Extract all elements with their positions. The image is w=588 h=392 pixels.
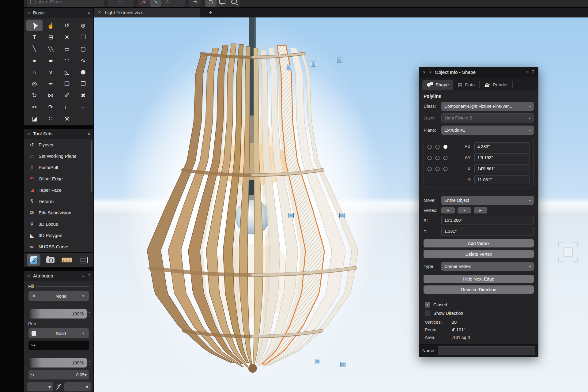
menu-icon[interactable]: ≡ xyxy=(82,273,85,279)
tool-sets-scrollbar[interactable] xyxy=(91,141,92,192)
tool-fillet[interactable]: ✐ xyxy=(59,89,75,101)
show-direction-checkbox[interactable] xyxy=(425,311,430,316)
tool-regular-polygon[interactable]: ⬢ xyxy=(75,66,91,78)
vertex-y-field[interactable]: 1.331" xyxy=(441,227,534,236)
tool-split[interactable]: ✂ xyxy=(26,101,43,113)
tool-spiral[interactable]: ◎ xyxy=(26,78,43,89)
toolset-3d-locus[interactable]: ⋔3D Locus xyxy=(24,218,93,230)
object-info-header[interactable]: × + Object Info - Shape ≡ ? xyxy=(419,67,538,77)
closed-checkbox-row[interactable]: ✓ Closed xyxy=(425,302,538,307)
pen-style-dropdown[interactable]: Solid ▾ xyxy=(28,328,89,338)
pen-opacity-slider[interactable]: 100% xyxy=(28,358,87,368)
document-tab[interactable]: × Light Fixtures.vwx xyxy=(94,8,200,17)
plane-dropdown[interactable]: Extrude #1 ▾ xyxy=(441,126,534,135)
tool-arc[interactable]: ◠ xyxy=(59,55,75,66)
tool-modify-curve[interactable]: ↷ xyxy=(43,101,59,113)
working-plane-axis-button[interactable]: ⊥ xyxy=(173,0,185,7)
close-icon[interactable]: × xyxy=(423,70,426,75)
y-field[interactable]: 11.081" xyxy=(474,175,530,184)
tool-eyedropper[interactable]: ✒ xyxy=(43,78,59,89)
auto-plane-button[interactable]: Auto-Plane xyxy=(26,0,104,7)
fill-opacity-slider[interactable]: 100% xyxy=(28,309,87,318)
tab-close-icon[interactable]: × xyxy=(98,9,101,16)
kebab-menu-icon[interactable]: ⋮ xyxy=(87,311,92,316)
menu-icon[interactable]: ≡ xyxy=(526,70,529,75)
selection-handle[interactable] xyxy=(339,213,345,218)
tool-polygon[interactable]: ⌂ xyxy=(26,66,43,78)
viewport-crop-button[interactable] xyxy=(77,254,90,266)
comment-mode-button[interactable] xyxy=(217,0,228,7)
tool-attribute-mapping[interactable]: ⚒ xyxy=(59,113,75,124)
clip-cube-indicator[interactable] xyxy=(558,242,578,262)
add-icon[interactable]: + xyxy=(429,70,432,75)
hide-next-edge-button[interactable]: Hide Next Edge xyxy=(424,275,534,283)
lasso-mode-button[interactable] xyxy=(228,0,240,7)
selection-handle[interactable] xyxy=(340,362,345,367)
anchor-point-grid[interactable] xyxy=(428,142,459,184)
dimension-mode-button[interactable] xyxy=(60,254,74,266)
selection-handle[interactable] xyxy=(311,62,316,67)
tool-extrude-cube[interactable]: ❒ xyxy=(75,31,91,43)
tool-rectangle[interactable]: ▭ xyxy=(59,43,75,55)
basic-palette-header[interactable]: × Basic ≡ xyxy=(24,8,93,18)
vertex-type-dropdown[interactable]: Corner Vertex ▾ xyxy=(441,262,534,271)
tool-freehand[interactable]: ∿ xyxy=(75,55,91,66)
tool-triangle-polygon[interactable]: ◺ xyxy=(59,66,75,78)
tool-rotate[interactable]: ↻ xyxy=(26,89,43,101)
toolset-deform[interactable]: §Deform xyxy=(24,196,93,207)
close-icon[interactable]: × xyxy=(27,273,30,279)
tool-mirror[interactable]: ⋈ xyxy=(43,89,59,101)
tool-rounded-rectangle[interactable]: ▢ xyxy=(75,43,91,55)
delta-x-field[interactable]: 4.383" xyxy=(474,142,530,151)
toolset-nurbs-curve[interactable]: ∞NURBS Curve xyxy=(24,241,93,252)
tool-circle[interactable]: ● xyxy=(26,55,43,66)
split-columns-button[interactable]: ⇥ xyxy=(189,0,201,7)
tool-corner[interactable]: ∟ xyxy=(59,101,75,113)
tool-sets-header[interactable]: × Tool Sets ≡ xyxy=(24,129,93,139)
pendant-lamp-model[interactable] xyxy=(129,17,368,379)
tab-render[interactable]: ☕ Render xyxy=(480,80,512,90)
disable-snapping-button[interactable]: ↘ xyxy=(138,0,150,7)
anchor-selected-radio[interactable] xyxy=(443,145,447,149)
move-dropdown[interactable]: Entire Object ▾ xyxy=(441,196,534,205)
delta-y-field[interactable]: 1'9.193" xyxy=(474,153,530,162)
tool-trim[interactable]: ✖ xyxy=(75,89,91,101)
toolset-set-working-plane[interactable]: ▱Set Working Plane xyxy=(24,150,93,162)
menu-icon[interactable]: ≡ xyxy=(88,131,90,137)
line-marker-end-dropdown[interactable]: ▾ xyxy=(64,382,91,391)
name-input[interactable] xyxy=(438,346,535,355)
tool-zoom[interactable]: ⊕ xyxy=(75,20,91,31)
toolset-3d-polygon[interactable]: ◣3D Polygon xyxy=(24,230,93,241)
working-plane-button[interactable]: ▱ xyxy=(107,0,134,7)
tool-line[interactable]: ╲ xyxy=(26,43,43,55)
tool-selection[interactable] xyxy=(26,20,43,31)
tool-move-by-points[interactable]: ∷ xyxy=(43,113,59,124)
menu-icon[interactable]: ≡ xyxy=(88,10,90,16)
snap-to-point-button[interactable]: ↘ xyxy=(150,0,161,7)
rectangle-mode-button[interactable]: ▢ xyxy=(205,0,217,7)
pen-color-bar[interactable]: ↪ xyxy=(28,341,89,350)
selection-handle[interactable] xyxy=(337,58,342,63)
tool-callout[interactable]: ⊟ xyxy=(43,31,59,43)
toolset-taper-face[interactable]: ◢Taper Face xyxy=(24,184,93,196)
toolset-flyover[interactable]: ↺Flyover xyxy=(24,139,93,150)
tool-polyline[interactable]: ∨ xyxy=(43,66,59,78)
tool-text[interactable]: T xyxy=(26,31,43,43)
tool-double-line[interactable]: ╲╲ xyxy=(43,43,59,55)
attributes-header[interactable]: × Attributes ≡ ? xyxy=(24,271,93,281)
new-tab-button[interactable]: + xyxy=(209,9,212,16)
tool-connect[interactable]: ⌐ xyxy=(75,101,91,113)
previous-vertex-button[interactable]: ◀ xyxy=(441,207,455,213)
tool-oval[interactable]: ● xyxy=(43,55,59,66)
snap-to-object-button[interactable]: ∴ xyxy=(161,0,173,7)
tool-marquee-select[interactable]: ❏ xyxy=(59,78,75,89)
closed-checkbox[interactable]: ✓ xyxy=(425,302,430,307)
reverse-direction-button[interactable]: Reverse Direction xyxy=(424,285,534,294)
delete-vertex-button[interactable]: Delete Vertex xyxy=(424,250,534,258)
kebab-menu-icon[interactable]: ⋮ xyxy=(87,360,92,365)
camera-mode-button[interactable] xyxy=(43,254,57,266)
line-marker-start-dropdown[interactable]: ▾ xyxy=(27,382,53,391)
close-icon[interactable]: × xyxy=(27,10,30,16)
tool-clip[interactable]: ◪ xyxy=(26,113,43,124)
add-vertex-button[interactable]: Add Vertex xyxy=(424,239,534,247)
